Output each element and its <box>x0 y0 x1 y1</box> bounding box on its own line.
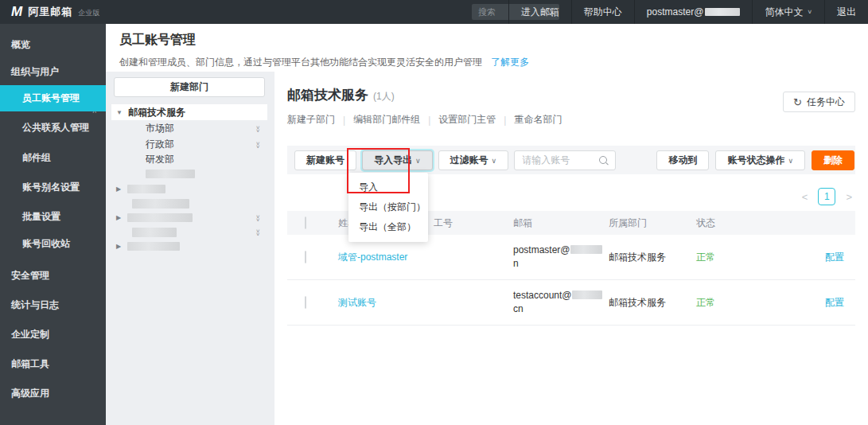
tree-node-admin[interactable]: 行政部 ∨∨ <box>106 137 274 152</box>
sidebar-item-employee-accounts[interactable]: 员工账号管理 <box>0 85 106 111</box>
department-cell: 邮箱技术服务 <box>609 296 696 310</box>
learn-more-link[interactable]: 了解更多 <box>491 57 529 68</box>
menu-item-export-all[interactable]: 导出（全部） <box>348 217 428 237</box>
dept-sort-icon[interactable]: ∨∨ <box>255 142 260 148</box>
help-center-button[interactable]: 帮助中心 <box>571 0 634 24</box>
main-content: 邮箱技术服务(1人) 新建子部门| 编辑部门邮件组| 设置部门主管| 重命名部门… <box>274 72 868 425</box>
pagination: < 1 > <box>799 188 855 205</box>
logo: M 阿里邮箱 企业版 <box>0 4 99 20</box>
tree-node-redacted[interactable] <box>106 196 274 211</box>
filter-label: 过滤账号 <box>450 154 488 166</box>
new-department-button[interactable]: 新建部门 <box>114 77 265 97</box>
menu-item-import[interactable]: 导入 <box>348 177 428 197</box>
dept-sort-icon[interactable]: ∨∨ <box>255 215 260 221</box>
account-search[interactable] <box>514 150 616 170</box>
department-action-links: 新建子部门| 编辑部门邮件组| 设置部门主管| 重命名部门 <box>287 113 562 127</box>
new-subdept-link[interactable]: 新建子部门 <box>287 113 335 127</box>
edition-badge: 企业版 <box>78 8 99 18</box>
email-suffix: n <box>513 258 519 269</box>
redacted-text <box>127 213 193 222</box>
refresh-icon: ↻ <box>793 96 802 108</box>
account-search-input[interactable] <box>515 151 593 170</box>
member-count: (1人) <box>373 91 395 102</box>
email-prefix: testaccount@ <box>513 290 572 301</box>
menu-item-export-by-dept[interactable]: 导出（按部门） <box>348 197 428 217</box>
tree-node-redacted[interactable]: ▶ ∨∨ <box>106 210 274 225</box>
tree-node-rd[interactable]: 研发部 <box>106 152 274 167</box>
sidebar-item-public-contacts[interactable]: 公共联系人管理 <box>0 121 106 135</box>
sidebar-group-security[interactable]: 安全管理 ∨ <box>0 269 106 283</box>
tree-node-redacted[interactable] <box>106 166 274 181</box>
help-center-label: 帮助中心 <box>584 6 622 19</box>
dept-sort-icon[interactable]: ∨∨ <box>255 126 260 132</box>
rename-dept-link[interactable]: 重命名部门 <box>514 113 562 127</box>
page-subtitle: 创建和管理成员、部门信息，通过与管理平台其他功能结合实现更灵活安全的用户管理 了… <box>119 56 529 69</box>
header-status: 状态 <box>696 216 784 230</box>
sidebar-item-account-alias[interactable]: 账号别名设置 <box>0 181 106 194</box>
department-name: 邮箱技术服务 <box>287 88 368 103</box>
page-header: 员工账号管理 创建和管理成员、部门信息，通过与管理平台其他功能结合实现更灵活安全… <box>106 24 868 72</box>
dept-sort-icon[interactable]: ∨∨ <box>255 229 260 236</box>
sidebar-item-batch-settings[interactable]: 批量设置 <box>0 210 106 224</box>
toolbar-right: 移动到 账号状态操作∨ 删除 <box>656 150 855 170</box>
tree-node-root[interactable]: ▼ 邮箱技术服务 <box>111 104 267 120</box>
tree-node-redacted[interactable]: ∨∨ <box>106 224 274 240</box>
move-to-button[interactable]: 移动到 <box>656 150 709 170</box>
account-status-ops-button[interactable]: 账号状态操作∨ <box>715 150 805 170</box>
import-export-label: 导入导出 <box>374 154 412 166</box>
sidebar-item-overview[interactable]: 概览 <box>0 38 106 52</box>
account-name: postmaster@ <box>647 6 704 18</box>
brand-name: 阿里邮箱 <box>28 5 72 19</box>
account-menu[interactable]: postmaster@ <box>634 0 753 24</box>
sidebar-group-org-users[interactable]: 组织与用户 ∧ <box>0 65 106 79</box>
page-number[interactable]: 1 <box>818 188 835 205</box>
sidebar-group-advanced-apps[interactable]: 高级应用 ∨ <box>0 387 106 400</box>
filter-account-button[interactable]: 过滤账号∨ <box>438 150 509 170</box>
next-page-icon[interactable]: > <box>843 191 855 203</box>
set-dept-manager-link[interactable]: 设置部门主管 <box>438 113 496 127</box>
redacted-domain <box>705 8 740 16</box>
page-title: 员工账号管理 <box>119 32 196 49</box>
redacted-text <box>132 199 189 209</box>
divider: | <box>428 115 430 126</box>
caret-right-icon[interactable]: ▶ <box>116 243 121 250</box>
account-name-link[interactable]: 测试账号 <box>338 297 376 308</box>
new-account-button[interactable]: 新建账号 <box>294 150 356 170</box>
tree-node-redacted[interactable]: ▶ <box>106 181 274 197</box>
caret-right-icon[interactable]: ▶ <box>116 185 121 193</box>
select-all-checkbox[interactable] <box>305 216 306 229</box>
redacted-text <box>572 290 602 299</box>
account-name-link[interactable]: 域管-postmaster <box>338 251 407 263</box>
edit-dept-mailgroup-link[interactable]: 编辑部门邮件组 <box>353 113 420 127</box>
search-icon[interactable] <box>599 156 609 166</box>
row-checkbox[interactable] <box>305 251 306 263</box>
table-row: 测试账号 testaccount@ cn 邮箱技术服务 正常 配置 <box>287 280 855 326</box>
brand-m-icon: M <box>11 4 21 20</box>
logout-button[interactable]: 退出 <box>824 0 868 24</box>
sidebar-group-stats-logs[interactable]: 统计与日志 ∨ <box>0 298 106 312</box>
configure-link[interactable]: 配置 <box>825 251 844 263</box>
sidebar-item-mail-groups[interactable]: 邮件组 <box>0 151 106 165</box>
dept-label: 研发部 <box>146 153 174 166</box>
delete-button[interactable]: 删除 <box>812 150 854 170</box>
configure-link[interactable]: 配置 <box>825 297 844 308</box>
enter-mailbox-button[interactable]: 进入邮箱 <box>508 0 571 24</box>
subtitle-text: 创建和管理成员、部门信息，通过与管理平台其他功能结合实现更灵活安全的用户管理 <box>119 57 482 68</box>
prev-page-icon[interactable]: < <box>799 191 812 203</box>
status-badge: 正常 <box>696 297 715 308</box>
department-title: 邮箱技术服务(1人) <box>287 86 395 104</box>
sidebar-group-enterprise-custom[interactable]: 企业定制 ∨ <box>0 328 106 341</box>
sidebar-group-mail-tools[interactable]: 邮箱工具 ∨ <box>0 357 106 371</box>
import-export-button[interactable]: 导入导出∨ <box>362 150 433 170</box>
root-dept-label: 邮箱技术服务 <box>128 106 185 119</box>
advanced-apps-label: 高级应用 <box>11 388 49 399</box>
language-selector[interactable]: 简体中文 ∨ <box>752 0 824 24</box>
caret-right-icon[interactable]: ▶ <box>116 214 121 221</box>
tree-node-marketing[interactable]: 市场部 ∨∨ <box>106 121 274 136</box>
tree-node-redacted[interactable]: ▶ <box>106 239 274 254</box>
sidebar-item-recycle-bin[interactable]: 账号回收站 <box>0 237 106 251</box>
row-checkbox[interactable] <box>305 296 306 309</box>
caret-down-icon[interactable]: ▼ <box>116 109 123 116</box>
sidebar: 概览 组织与用户 ∧ 员工账号管理 公共联系人管理 邮件组 账号别名设置 批量设… <box>0 24 106 425</box>
task-center-button[interactable]: ↻ 任务中心 <box>783 92 855 112</box>
